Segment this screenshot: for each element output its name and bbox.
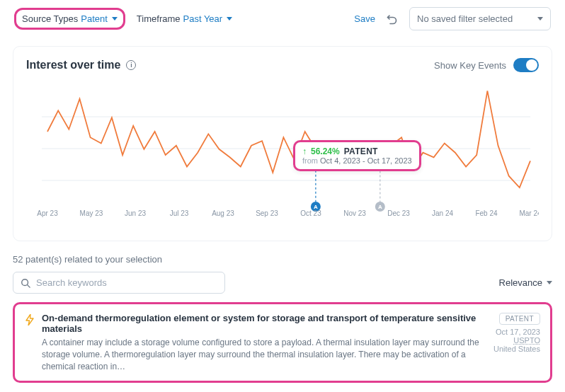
tooltip-percent: 56.24% xyxy=(311,146,340,156)
chart-card: Interest over time i Show Key Events AA … xyxy=(13,46,552,241)
x-axis-label: Jun 23 xyxy=(125,209,146,217)
result-meta: PATENT Oct 17, 2023 USPTO United States xyxy=(493,313,540,353)
timeframe-label: Timeframe xyxy=(137,13,181,24)
source-types-value: Patent xyxy=(81,13,108,24)
source-types-filter[interactable]: Source Types Patent xyxy=(22,13,118,24)
chart-title-row: Interest over time i xyxy=(26,59,136,71)
result-type-badge: PATENT xyxy=(499,313,540,325)
saved-filter-placeholder: No saved filter selected xyxy=(417,13,513,24)
x-axis-label: Oct 23 xyxy=(300,209,321,217)
x-axis-label: Mar 24 xyxy=(519,209,539,217)
up-arrow-icon: ↑ xyxy=(302,146,307,156)
sort-dropdown[interactable]: Relevance xyxy=(499,277,552,288)
result-snippet: A container may include a storage volume… xyxy=(42,337,486,372)
x-axis-label: Dec 23 xyxy=(387,209,410,217)
x-axis-label: Sep 23 xyxy=(256,209,278,217)
tooltip-range: Oct 4, 2023 - Oct 17, 2023 xyxy=(320,156,412,165)
chart-tooltip: ↑ 56.24% PATENT from Oct 4, 2023 - Oct 1… xyxy=(293,140,421,171)
x-axis-label: Feb 24 xyxy=(475,209,498,217)
result-source[interactable]: USPTO xyxy=(513,336,540,345)
timeframe-filter[interactable]: Timeframe Past Year xyxy=(137,13,232,24)
save-button[interactable]: Save xyxy=(354,13,375,24)
tooltip-type: PATENT xyxy=(344,146,378,156)
chart-title: Interest over time xyxy=(26,59,120,71)
key-events-toggle[interactable] xyxy=(513,58,539,72)
x-axis-label: Jul 23 xyxy=(170,209,189,217)
x-axis-label: Aug 23 xyxy=(212,209,234,217)
result-title[interactable]: On-demand thermoregulation element or sy… xyxy=(42,313,486,334)
x-axis-label: Apr 23 xyxy=(37,209,58,217)
interest-chart[interactable]: AA Apr 23May 23Jun 23Jul 23Aug 23Sep 23O… xyxy=(26,78,539,234)
undo-icon[interactable] xyxy=(387,13,398,25)
results-count: 52 patent(s) related to your selection xyxy=(13,254,552,265)
sort-label: Relevance xyxy=(499,277,542,288)
result-country: United States xyxy=(493,345,540,353)
marker-label: A xyxy=(378,204,382,210)
x-axis-label: Nov 23 xyxy=(343,209,366,217)
timeframe-value: Past Year xyxy=(183,13,223,24)
svg-line-4 xyxy=(28,284,30,287)
chevron-down-icon xyxy=(537,17,543,21)
x-axis-label: May 23 xyxy=(80,209,103,217)
key-events-toggle-row: Show Key Events xyxy=(434,58,539,72)
result-date: Oct 17, 2023 xyxy=(496,328,540,336)
x-axis-label: Jan 24 xyxy=(432,209,453,217)
chevron-down-icon xyxy=(227,17,232,21)
toggle-label: Show Key Events xyxy=(434,60,506,71)
saved-filter-select[interactable]: No saved filter selected xyxy=(409,7,551,30)
source-types-highlight: Source Types Patent xyxy=(14,8,125,30)
source-types-label: Source Types xyxy=(22,13,78,24)
search-icon xyxy=(21,278,30,288)
chevron-down-icon xyxy=(547,281,552,284)
lightning-icon xyxy=(25,314,35,328)
search-keywords-box[interactable] xyxy=(13,272,225,294)
chart-grid xyxy=(42,117,530,180)
info-icon[interactable]: i xyxy=(126,60,136,70)
search-input[interactable] xyxy=(36,277,217,288)
tooltip-from-label: from xyxy=(302,156,318,165)
chart-line xyxy=(47,91,530,188)
chevron-down-icon xyxy=(112,17,118,21)
result-card[interactable]: On-demand thermoregulation element or sy… xyxy=(13,302,552,383)
